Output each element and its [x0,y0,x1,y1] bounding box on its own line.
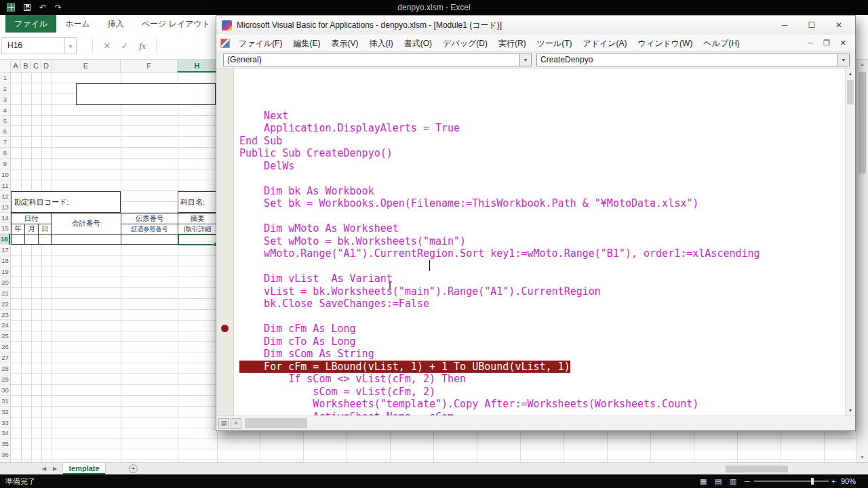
name-box-dropdown-icon[interactable]: ▼ [65,37,77,54]
zoom-in-icon[interactable]: + [831,474,835,488]
close-button[interactable]: ✕ [825,16,852,35]
row-header-25[interactable]: 25 [0,331,10,342]
cell-day-header[interactable]: 日 [38,224,52,235]
row-header-32[interactable]: 32 [0,407,10,418]
row-header-23[interactable]: 23 [0,310,10,321]
empty-cell[interactable] [51,234,121,245]
excel-vertical-scrollbar[interactable]: ▲ ▼ [856,60,868,462]
code-line[interactable]: Application.DisplayAlerts = True [239,122,845,135]
column-header-d[interactable]: D [41,60,52,73]
mdi-close-button[interactable]: ✕ [835,39,851,47]
ribbon-tab-page-layout[interactable]: ページ レイアウト [133,15,219,33]
code-line[interactable]: bk.Close SaveChanges:=False [239,298,845,310]
code-line[interactable]: If sCom <> vList(cFm, 2) Then [239,373,845,386]
code-line[interactable]: Dim bk As Workbook [239,185,845,198]
view-page-break-icon[interactable]: ▥ [730,474,736,488]
code-line[interactable]: Dim wMoto As Worksheet [239,222,845,235]
sheet-tab-next-icon[interactable]: ▶ [50,463,60,474]
column-header-e[interactable]: E [52,60,121,73]
row-header-1[interactable]: 1 [0,73,10,83]
row-header-35[interactable]: 35 [0,439,10,449]
breakpoint-indicator[interactable] [221,325,229,332]
menu-view[interactable]: 表示(V) [326,35,363,52]
selected-cell-h16[interactable] [178,234,217,245]
scroll-up-icon[interactable]: ▲ [856,60,868,69]
code-vertical-scrollbar[interactable]: ▲ ▼ [845,68,855,415]
code-line[interactable]: vList = bk.Worksheets("main").Range("A1"… [239,285,845,298]
cell-slip-no-header[interactable]: 伝票番号 [121,213,178,224]
maximize-button[interactable]: ☐ [798,16,825,35]
row-header-2[interactable]: 2 [0,83,10,94]
code-line[interactable]: Worksheets("template").Copy After:=Works… [239,398,845,411]
code-line[interactable]: For cFm = LBound(vList, 1) + 1 To UBound… [239,361,845,373]
row-header-15[interactable]: 15 [0,223,10,234]
row-header-20[interactable]: 20 [0,277,10,288]
column-header-h-selected[interactable]: H [178,60,217,73]
select-all-corner[interactable] [0,60,11,73]
zoom-slider-thumb[interactable] [811,478,814,485]
view-page-layout-icon[interactable]: ▤ [715,474,722,488]
code-line[interactable]: wMoto.Range("A1").CurrentRegion.Sort key… [239,247,845,260]
mdi-restore-button[interactable]: ❐ [818,39,835,47]
cancel-icon[interactable]: ✕ [99,37,115,54]
full-module-view-button[interactable]: ▤ [218,418,229,429]
procedure-dropdown[interactable]: CreateDenpyo ▼ [536,54,850,66]
code-line[interactable] [239,310,845,323]
object-dropdown[interactable]: (General) ▼ [223,54,532,66]
row-header-3[interactable]: 3 [0,94,10,105]
row-header-30[interactable]: 30 [0,385,10,396]
cell-month-header[interactable]: 月 [24,224,39,235]
cell-accounting-no-header[interactable]: 会計番号 [51,213,121,235]
code-line[interactable] [239,172,845,185]
code-line[interactable] [239,210,845,223]
code-line[interactable]: Dim cTo As Long [239,336,845,348]
code-line[interactable]: Dim sCom As String [239,348,845,361]
code-editor[interactable]: Next Application.DisplayAlerts = TrueEnd… [234,68,845,415]
ribbon-tab-home[interactable]: ホーム [56,15,99,33]
column-header-c[interactable]: C [31,60,41,73]
menu-file[interactable]: ファイル(F) [233,35,288,52]
code-line[interactable]: Dim vList As Variant [239,272,845,285]
row-header-5[interactable]: 5 [0,116,10,127]
ribbon-tab-file[interactable]: ファイル [5,15,56,33]
save-icon[interactable] [24,4,31,11]
code-line[interactable]: Dim cFm As Long [239,323,845,336]
menu-debug[interactable]: デバッグ(D) [437,35,493,52]
row-header-8[interactable]: 8 [0,148,10,159]
cell-date-header[interactable]: 日付 [11,213,52,224]
ribbon-tab-insert[interactable]: 挿入 [99,15,133,33]
excel-vertical-scrollbar-thumb[interactable] [859,72,866,174]
menu-run[interactable]: 実行(R) [493,35,532,52]
menu-tools[interactable]: ツール(T) [532,35,578,52]
new-sheet-icon[interactable]: + [129,464,138,473]
row-header-29[interactable]: 29 [0,374,10,385]
cell-summary-header[interactable]: 摘要 [178,213,217,224]
empty-cell[interactable] [24,234,39,245]
scroll-down-icon[interactable]: ▼ [846,405,855,415]
scroll-down-icon[interactable]: ▼ [856,453,868,462]
insert-function-icon[interactable]: fx [134,37,151,54]
zoom-out-icon[interactable]: ─ [745,474,750,488]
undo-icon[interactable]: ↶ [39,0,46,15]
row-header-27[interactable]: 27 [0,352,10,363]
code-line[interactable]: Set bk = Workbooks.Open(Filename:=ThisWo… [239,197,845,210]
cell-detail-header[interactable]: (取引詳細 [178,224,217,235]
menu-addins[interactable]: アドイン(A) [577,35,632,52]
code-line[interactable]: Set wMoto = bk.Worksheets("main") [239,235,845,248]
enter-icon[interactable]: ✓ [117,37,133,54]
menu-edit[interactable]: 編集(E) [288,35,326,52]
code-horizontal-scrollbar-thumb[interactable] [245,418,307,428]
row-header-24[interactable]: 24 [0,320,10,331]
row-header-7[interactable]: 7 [0,137,10,148]
row-header-19[interactable]: 19 [0,266,10,277]
vba-titlebar[interactable]: Microsoft Visual Basic for Applications … [216,16,855,35]
view-normal-icon[interactable]: ▦ [700,474,707,488]
menu-format[interactable]: 書式(O) [399,35,437,52]
row-header-14[interactable]: 14 [0,213,10,224]
row-header-34[interactable]: 34 [0,428,10,439]
menu-insert[interactable]: 挿入(I) [363,35,398,52]
scroll-up-icon[interactable]: ▲ [846,68,855,79]
row-header-4[interactable]: 4 [0,105,10,116]
code-line[interactable] [239,260,845,273]
code-line[interactable]: Public Sub CreateDenpyo() [239,147,845,160]
